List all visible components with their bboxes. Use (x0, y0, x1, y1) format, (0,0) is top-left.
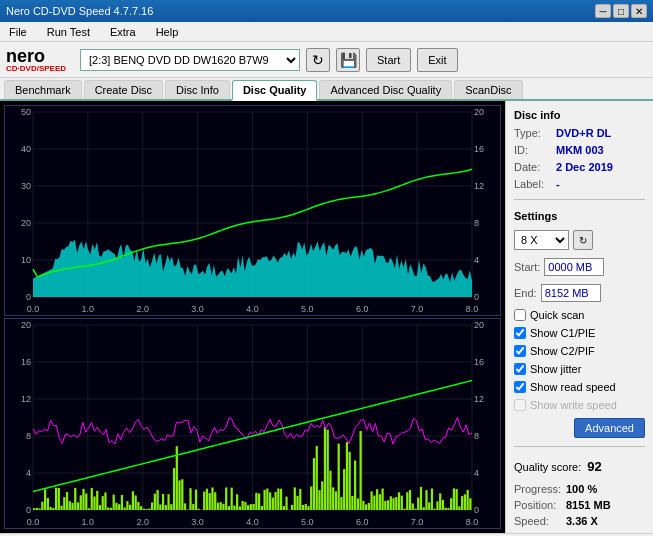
disc-date-row: Date: 2 Dec 2019 (514, 161, 645, 173)
svg-text:2.0: 2.0 (136, 304, 149, 314)
tab-disc-info[interactable]: Disc Info (165, 80, 230, 99)
svg-rect-164 (280, 489, 282, 510)
svg-rect-97 (96, 491, 98, 510)
position-value: 8151 MB (566, 499, 611, 511)
speed-refresh-icon[interactable]: ↻ (573, 230, 593, 250)
svg-rect-226 (450, 498, 452, 510)
right-panel: Disc info Type: DVD+R DL ID: MKM 003 Dat… (505, 101, 653, 533)
svg-rect-79 (47, 498, 49, 510)
quick-scan-label: Quick scan (530, 309, 584, 321)
svg-rect-222 (439, 493, 441, 510)
c1pie-checkbox[interactable] (514, 327, 526, 339)
svg-rect-85 (63, 497, 65, 510)
svg-rect-77 (41, 502, 43, 510)
svg-rect-207 (398, 492, 400, 510)
svg-text:8.0: 8.0 (466, 304, 479, 314)
svg-rect-127 (178, 480, 180, 510)
svg-rect-122 (165, 505, 167, 510)
svg-rect-93 (85, 494, 87, 510)
position-row: Position: 8151 MB (514, 499, 645, 511)
jitter-checkbox[interactable] (514, 363, 526, 375)
svg-rect-165 (283, 506, 285, 510)
svg-rect-147 (233, 505, 235, 510)
svg-rect-82 (55, 488, 57, 510)
tab-advanced-disc-quality[interactable]: Advanced Disc Quality (319, 80, 452, 99)
menu-file[interactable]: File (4, 24, 32, 40)
svg-text:16: 16 (21, 357, 31, 367)
svg-rect-189 (349, 452, 351, 510)
minimize-button[interactable]: ─ (595, 4, 611, 18)
tab-benchmark[interactable]: Benchmark (4, 80, 82, 99)
nero-sub: CD·DVD/SPEED (6, 65, 66, 73)
svg-rect-187 (343, 469, 345, 510)
type-label: Type: (514, 127, 552, 139)
c2pif-checkbox[interactable] (514, 345, 526, 357)
refresh-button[interactable]: ↻ (306, 48, 330, 72)
jitter-label: Show jitter (530, 363, 581, 375)
speed-selector[interactable]: 8 X MAX 1 X 2 X 4 X (514, 230, 569, 250)
svg-rect-134 (198, 509, 200, 510)
svg-text:4: 4 (474, 468, 479, 478)
svg-text:1.0: 1.0 (82, 517, 95, 527)
tab-scandisc[interactable]: ScanDisc (454, 80, 522, 99)
svg-text:5.0: 5.0 (301, 304, 314, 314)
svg-rect-75 (36, 508, 38, 510)
svg-rect-105 (118, 504, 120, 510)
start-label: Start: (514, 261, 540, 273)
quality-score-label: Quality score: (514, 461, 581, 473)
start-button[interactable]: Start (366, 48, 411, 72)
svg-rect-221 (436, 501, 438, 510)
progress-value: 100 % (566, 483, 597, 495)
svg-rect-101 (107, 507, 109, 510)
type-value: DVD+R DL (556, 127, 611, 139)
menu-help[interactable]: Help (151, 24, 184, 40)
drive-selector[interactable]: [2:3] BENQ DVD DD DW1620 B7W9 (80, 49, 300, 71)
end-input[interactable] (541, 284, 601, 302)
menu-extra[interactable]: Extra (105, 24, 141, 40)
progress-row: Progress: 100 % (514, 483, 645, 495)
start-input[interactable] (544, 258, 604, 276)
svg-rect-92 (82, 489, 84, 510)
svg-rect-194 (362, 501, 364, 510)
svg-rect-103 (113, 495, 115, 510)
start-row: Start: (514, 258, 645, 276)
svg-rect-159 (266, 489, 268, 510)
exit-button[interactable]: Exit (417, 48, 457, 72)
svg-text:16: 16 (474, 357, 484, 367)
advanced-button[interactable]: Advanced (574, 418, 645, 438)
svg-rect-192 (357, 498, 359, 510)
svg-text:10: 10 (21, 255, 31, 265)
save-button[interactable]: 💾 (336, 48, 360, 72)
read-speed-checkbox[interactable] (514, 381, 526, 393)
disc-id-row: ID: MKM 003 (514, 144, 645, 156)
svg-rect-232 (467, 490, 469, 510)
svg-rect-205 (392, 498, 394, 510)
svg-rect-216 (423, 507, 425, 510)
svg-rect-104 (115, 503, 117, 510)
svg-rect-215 (420, 487, 422, 510)
svg-text:0.0: 0.0 (27, 304, 40, 314)
svg-text:8.0: 8.0 (466, 517, 479, 527)
svg-text:0: 0 (474, 292, 479, 302)
svg-rect-107 (124, 507, 126, 510)
tab-disc-quality[interactable]: Disc Quality (232, 80, 318, 101)
svg-rect-173 (305, 504, 307, 510)
close-button[interactable]: ✕ (631, 4, 647, 18)
svg-rect-111 (135, 495, 137, 510)
quick-scan-checkbox[interactable] (514, 309, 526, 321)
svg-text:7.0: 7.0 (411, 304, 424, 314)
svg-rect-129 (184, 503, 186, 510)
svg-rect-117 (151, 502, 153, 510)
svg-rect-123 (167, 494, 169, 510)
svg-rect-181 (327, 430, 329, 510)
svg-rect-176 (313, 458, 315, 510)
date-label: Date: (514, 161, 552, 173)
svg-text:20: 20 (21, 320, 31, 330)
svg-rect-155 (255, 493, 257, 510)
tab-create-disc[interactable]: Create Disc (84, 80, 163, 99)
maximize-button[interactable]: □ (613, 4, 629, 18)
svg-rect-100 (104, 492, 106, 510)
top-chart: 504030201002016128400.01.02.03.04.05.06.… (4, 105, 501, 316)
svg-rect-163 (277, 489, 279, 510)
menu-run-test[interactable]: Run Test (42, 24, 95, 40)
